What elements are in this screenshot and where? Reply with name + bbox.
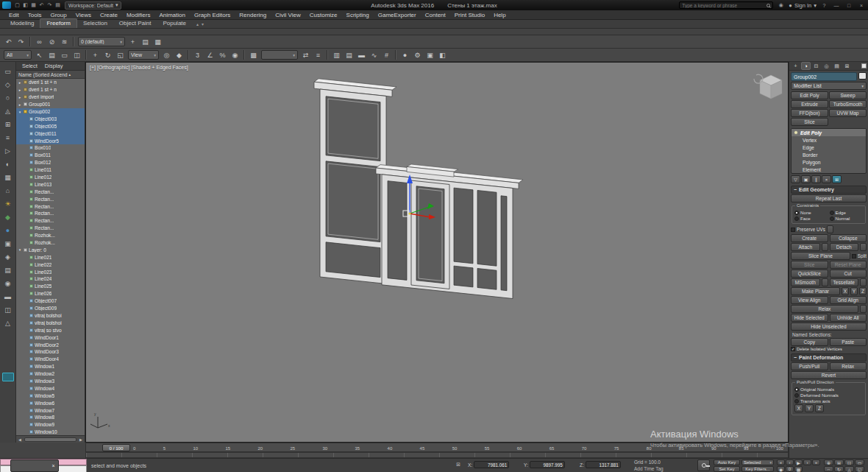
remove-modifier-button[interactable]: × — [822, 175, 831, 183]
explorer-item-object007[interactable]: Object007 — [16, 297, 85, 305]
search-icon[interactable] — [766, 4, 770, 7]
left-toolbar-button-9[interactable]: ▦ — [2, 172, 14, 183]
modifier-button-uvw-map[interactable]: UVW Map — [829, 109, 867, 117]
left-toolbar-button-6[interactable]: ≡ — [2, 132, 14, 144]
redo-scene-icon[interactable]: ↷ — [46, 1, 54, 10]
detach-settings-button[interactable] — [860, 243, 867, 251]
modifier-button-sweep[interactable]: Sweep — [829, 91, 867, 99]
left-toolbar-button-4[interactable]: ◬ — [2, 105, 14, 117]
zoom-icon[interactable]: ⊕ — [824, 459, 833, 465]
mirror-icon[interactable]: ⇄ — [300, 49, 311, 60]
menu-content[interactable]: Content — [421, 10, 450, 20]
explorer-item-box012[interactable]: Box012 — [16, 159, 85, 166]
explorer-item-layer-0[interactable]: ▾Layer: 0 — [16, 246, 85, 253]
create-new-layer-icon[interactable]: + — [127, 36, 138, 47]
stack-item-polygon[interactable]: Polygon — [791, 158, 866, 166]
x-coordinate-field[interactable]: 7981.061 — [474, 461, 509, 468]
curve-editor-icon[interactable]: ∿ — [369, 49, 380, 60]
explorer-item-vitraj-bolshoi[interactable]: vitraj bolshoi — [16, 319, 85, 326]
show-end-result-button[interactable]: ▣ — [801, 175, 811, 183]
left-toolbar-button-11[interactable]: ☀ — [2, 198, 14, 210]
menu-scripting[interactable]: Scripting — [342, 10, 374, 20]
explorer-item-rozhok[interactable]: Rozhok... — [16, 232, 85, 239]
command-panel-tab-motion[interactable]: ◎ — [822, 62, 831, 70]
explorer-item-rectan[interactable]: Rectan... — [16, 225, 85, 232]
explorer-item-object003[interactable]: Object003 — [16, 115, 85, 122]
menu-help[interactable]: Help — [489, 10, 510, 20]
modifier-list-dropdown[interactable]: Modifier List ▾ — [791, 82, 867, 90]
spinner-snap-icon[interactable]: ◉ — [230, 49, 241, 60]
z-coordinate-field[interactable]: 1317.881 — [586, 461, 621, 468]
quickslice-button[interactable]: QuickSlice — [791, 270, 828, 278]
zoom-region-icon[interactable]: ▭ — [855, 459, 864, 465]
viewport-menu-general[interactable]: [+] — [90, 65, 96, 70]
scroll-right-icon[interactable]: ▶ — [77, 436, 85, 443]
rollout-paint-deformation[interactable]: − Paint Deformation — [791, 353, 867, 362]
time-configuration-icon[interactable]: ▦ — [794, 466, 803, 472]
explorer-item-rectan[interactable]: Rectan... — [16, 210, 85, 217]
left-toolbar-button-2[interactable]: ◇ — [2, 79, 14, 91]
explorer-item-window4[interactable]: Window4 — [16, 384, 85, 392]
stack-item-edge[interactable]: Edge — [791, 144, 866, 151]
explorer-item-line024[interactable]: Line024 — [16, 275, 85, 283]
angle-snap-icon[interactable]: ∠ — [204, 49, 216, 60]
ribbon-tab-freeform[interactable]: Freeform — [40, 18, 77, 28]
edit-layers-icon[interactable]: ▤ — [140, 36, 151, 47]
constraint-face-radio[interactable]: Face — [794, 216, 828, 221]
constraint-normal-radio[interactable]: Normal — [830, 216, 864, 221]
toggle-layer-explorer-icon[interactable]: ▤ — [344, 49, 355, 60]
maximize-window-button[interactable]: □ — [844, 1, 853, 10]
left-toolbar-button-18[interactable]: ▬ — [2, 291, 14, 303]
stack-item-edit-poly[interactable]: Edit Poly — [791, 129, 866, 136]
left-toolbar-button-3[interactable]: ○ — [2, 92, 14, 104]
object-color-swatch[interactable] — [858, 72, 867, 80]
planar-x-button[interactable]: X — [842, 287, 849, 295]
bind-to-space-warp-icon[interactable]: ≋ — [59, 36, 70, 47]
select-and-manipulate-icon[interactable]: ◆ — [174, 49, 185, 60]
pan-view-icon[interactable]: ↔ — [824, 466, 833, 472]
undo-scene-icon[interactable]: ↶ — [38, 1, 46, 10]
slice-button[interactable]: Slice — [791, 261, 828, 269]
window-crossing-icon[interactable]: ◫ — [71, 49, 82, 60]
expand-arrow-icon[interactable]: ▾ — [18, 247, 22, 252]
collapse-button[interactable]: Collapse — [830, 234, 867, 242]
cut-button[interactable]: Cut — [830, 270, 867, 278]
expand-arrow-icon[interactable]: ▸ — [18, 95, 22, 99]
explorer-item-winddoor2[interactable]: WindDoor2 — [16, 341, 85, 348]
push-pull-button[interactable]: Push/Pull — [791, 362, 828, 370]
rendered-frame-window-icon[interactable]: ▣ — [424, 49, 435, 60]
open-file-icon[interactable]: ◧ — [21, 1, 29, 10]
field-of-view-icon[interactable]: ◬ — [844, 466, 854, 472]
select-and-move-icon[interactable]: + — [90, 49, 101, 60]
planar-y-button[interactable]: Y — [850, 287, 858, 295]
make-unique-button[interactable]: ∥ — [811, 175, 821, 183]
view-align-button[interactable]: View Align — [791, 296, 828, 304]
close-icon[interactable]: × — [50, 463, 57, 468]
slice-plane-button[interactable]: Slice Plane — [791, 252, 850, 260]
revert-button[interactable]: Revert — [791, 371, 867, 379]
workspace-selector[interactable]: Workspace: Default ▾ — [65, 1, 121, 10]
unhide-all-button[interactable]: Unhide All — [830, 314, 867, 322]
axis-x-button[interactable]: X — [794, 404, 803, 412]
toggle-ribbon-icon[interactable]: ▬ — [356, 49, 367, 60]
render-production-icon[interactable]: ◧ — [437, 49, 448, 60]
panel-pin-icon[interactable] — [861, 63, 867, 68]
explorer-item-rectan[interactable]: Rectan... — [16, 188, 85, 195]
explorer-item-window10[interactable]: Window10 — [16, 429, 85, 435]
explorer-item-vitraj-so-stvo[interactable]: vitraj so stvo — [16, 326, 85, 334]
zoom-extents-icon[interactable]: ⊡ — [844, 459, 854, 465]
command-panel-tab-hierarchy[interactable]: ⊟ — [811, 62, 821, 70]
left-toolbar-button-20[interactable]: △ — [2, 317, 14, 329]
schematic-view-icon[interactable]: # — [381, 49, 392, 60]
tab-display[interactable]: Display — [45, 63, 63, 69]
menu-civil-view[interactable]: Civil View — [271, 10, 305, 20]
grid-align-button[interactable]: Grid Align — [830, 296, 867, 304]
explorer-item-vitraj-bolshoi[interactable]: vitraj bolshoi — [16, 312, 85, 320]
modifier-button-edit-poly[interactable]: Edit Poly — [791, 91, 828, 99]
layer-dropdown[interactable]: 0 (default)▾ — [78, 37, 125, 46]
previous-frame-icon[interactable]: ‹ — [786, 459, 794, 465]
msmooth-settings-button[interactable] — [822, 278, 828, 286]
explorer-item-line013[interactable]: Line013 — [16, 180, 85, 188]
attach-button[interactable]: Attach — [791, 243, 820, 251]
attach-settings-button[interactable] — [822, 243, 828, 251]
